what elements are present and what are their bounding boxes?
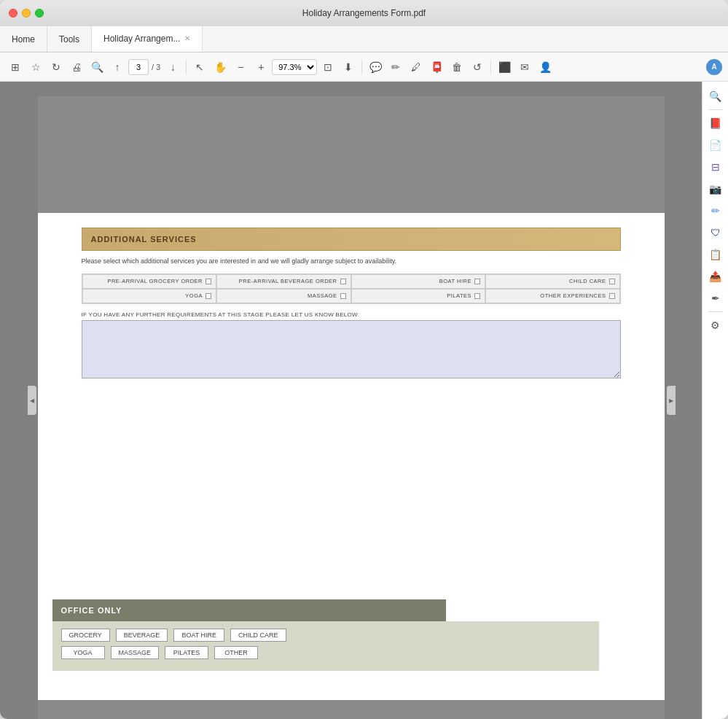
sync-icon[interactable]: ↻	[47, 58, 66, 77]
office-boat-hire[interactable]: BOAT HIRE	[173, 629, 224, 642]
sidebar-shield-icon[interactable]: 🛡	[705, 222, 726, 243]
tab-tools[interactable]: Tools	[47, 26, 92, 52]
service-pilates-checkbox[interactable]	[474, 293, 480, 299]
service-beverage[interactable]: PRE-ARRIVAL BEVERAGE ORDER	[216, 274, 351, 289]
right-panel-toggle[interactable]: ▶	[667, 386, 676, 415]
sidebar-scan-icon[interactable]: 📷	[705, 179, 726, 199]
office-row-2: YOGA MASSAGE PILATES OTHER	[61, 646, 590, 659]
service-childcare[interactable]: CHILD CARE	[485, 274, 620, 289]
office-pilates[interactable]: PILATES	[165, 646, 208, 659]
print-icon[interactable]: 🖨	[67, 58, 86, 77]
sidebar-settings-icon[interactable]: ⚙	[705, 315, 726, 335]
bookmark-icon[interactable]: ⊞	[6, 58, 25, 77]
fit-page-icon[interactable]: ⊡	[318, 58, 337, 77]
form-section: ADDITIONAL SERVICES Please select which …	[38, 213, 665, 410]
zoom-out-icon[interactable]: 🔍	[87, 58, 106, 77]
divider-2	[361, 60, 362, 74]
further-req-textarea[interactable]	[82, 320, 621, 378]
account-icon[interactable]: 👤	[536, 58, 555, 77]
office-grocery-label: GROCERY	[69, 631, 102, 639]
pdf-viewer[interactable]: ADDITIONAL SERVICES Please select which …	[0, 82, 702, 719]
service-other-checkbox[interactable]	[609, 293, 615, 299]
pdf-page: ADDITIONAL SERVICES Please select which …	[38, 96, 665, 704]
service-grocery[interactable]: PRE-ARRIVAL GROCERY ORDER	[82, 274, 217, 289]
sidebar-read-icon[interactable]: 📕	[705, 113, 726, 133]
rotate-icon[interactable]: ↺	[468, 58, 487, 77]
office-beverage[interactable]: BEVERAGE	[116, 629, 168, 642]
office-only-header: OFFICE ONLY	[52, 599, 446, 621]
service-childcare-checkbox[interactable]	[609, 279, 615, 284]
tab-home[interactable]: Home	[0, 26, 47, 52]
mail-icon[interactable]: ✉	[515, 58, 534, 77]
office-other[interactable]: OTHER	[214, 646, 258, 659]
service-yoga-checkbox[interactable]	[206, 293, 211, 299]
service-massage-label: MASSAGE	[308, 292, 337, 299]
service-yoga[interactable]: YOGA	[82, 289, 217, 303]
cursor-tool-icon[interactable]: ↖	[190, 58, 209, 77]
titlebar: Holiday Arrangements Form.pdf	[0, 0, 728, 26]
sidebar-compress-icon[interactable]: ⊟	[705, 157, 726, 177]
maximize-button[interactable]	[35, 9, 44, 18]
office-pilates-label: PILATES	[173, 649, 200, 656]
office-grocery[interactable]: GROCERY	[61, 629, 110, 642]
page-number-input[interactable]	[128, 59, 149, 75]
zoom-in-btn[interactable]: +	[251, 58, 270, 77]
stamp-icon[interactable]: 📮	[427, 58, 446, 77]
sidebar-divider-2	[708, 311, 723, 312]
pen-icon[interactable]: ✏	[386, 58, 405, 77]
main-area: ◀ ADDITIONAL SERVICES Please select whic…	[0, 82, 728, 719]
comment-icon[interactable]: 💬	[366, 58, 385, 77]
office-only-section: OFFICE ONLY GROCERY BEVERAGE	[38, 599, 665, 671]
office-massage[interactable]: MASSAGE	[111, 646, 160, 659]
sidebar-sign-icon[interactable]: ✒	[705, 288, 726, 308]
sidebar-edit-icon[interactable]: ✏	[705, 201, 726, 221]
service-boat-checkbox[interactable]	[474, 279, 480, 284]
sidebar-convert-icon[interactable]: 📄	[705, 135, 726, 155]
page-bottom-gray	[38, 700, 665, 719]
star-icon[interactable]: ☆	[26, 58, 45, 77]
further-req-label: IF YOU HAVE ANY FURTHER REQUIREMENTS AT …	[82, 311, 621, 318]
tab-home-label: Home	[12, 34, 35, 44]
fit-width-icon[interactable]: ⬇	[339, 58, 358, 77]
office-only-title: OFFICE ONLY	[61, 606, 122, 615]
service-beverage-checkbox[interactable]	[340, 279, 346, 284]
right-sidebar: 🔍 📕 📄 ⊟ 📷 ✏ 🛡 📋 📤 ✒ ⚙	[702, 82, 728, 719]
sidebar-redact-icon[interactable]: 📋	[705, 244, 726, 265]
office-child-care[interactable]: CHILD CARE	[230, 629, 286, 642]
office-massage-label: MASSAGE	[119, 649, 152, 656]
service-beverage-label: PRE-ARRIVAL BEVERAGE ORDER	[239, 278, 337, 284]
service-pilates[interactable]: PILATES	[351, 289, 486, 303]
office-boat-hire-label: BOAT HIRE	[181, 631, 216, 639]
service-boat[interactable]: BOAT HIRE	[351, 274, 486, 289]
close-button[interactable]	[9, 9, 17, 18]
service-massage-checkbox[interactable]	[340, 293, 346, 299]
tab-close-icon[interactable]: ✕	[184, 34, 190, 42]
delete-icon[interactable]: 🗑	[447, 58, 466, 77]
tab-document-label: Holiday Arrangem...	[103, 34, 180, 44]
additional-services-desc: Please select which additional services …	[82, 257, 621, 266]
tab-document[interactable]: Holiday Arrangem... ✕	[92, 26, 203, 52]
hand-tool-icon[interactable]: ✋	[211, 58, 230, 77]
left-panel-toggle[interactable]: ◀	[28, 386, 36, 415]
zoom-select[interactable]: 97.3%	[272, 59, 317, 75]
service-other[interactable]: OTHER EXPERIENCES	[485, 289, 620, 303]
page-top-gray	[38, 96, 665, 213]
office-checkboxes: GROCERY BEVERAGE BOAT HIRE	[52, 621, 599, 671]
minimize-button[interactable]	[22, 9, 31, 18]
sidebar-divider-1	[708, 109, 723, 110]
additional-services-header: ADDITIONAL SERVICES	[82, 228, 621, 251]
office-yoga[interactable]: YOGA	[61, 646, 105, 659]
sidebar-zoom-icon[interactable]: 🔍	[705, 86, 726, 106]
zoom-out-btn[interactable]: −	[231, 58, 250, 77]
user-avatar[interactable]: A	[706, 59, 722, 75]
office-row-1: GROCERY BEVERAGE BOAT HIRE	[61, 629, 590, 642]
service-massage[interactable]: MASSAGE	[216, 289, 351, 303]
service-other-label: OTHER EXPERIENCES	[540, 292, 606, 299]
redact-tool-icon[interactable]: ⬛	[495, 58, 514, 77]
highlight-icon[interactable]: 🖊	[407, 58, 426, 77]
prev-page-icon[interactable]: ↑	[108, 58, 127, 77]
page-total: / 3	[150, 63, 162, 71]
service-grocery-checkbox[interactable]	[206, 279, 211, 284]
sidebar-export-icon[interactable]: 📤	[705, 266, 726, 287]
next-page-icon[interactable]: ↓	[163, 58, 182, 77]
